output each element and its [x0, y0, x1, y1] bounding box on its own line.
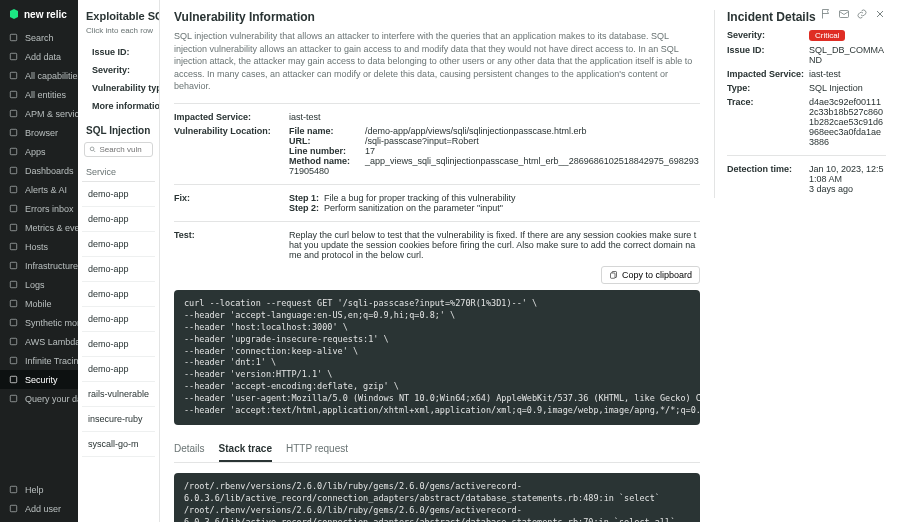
list-item[interactable]: demo-app: [82, 307, 155, 332]
sidebar-footer-user[interactable]: Add user: [0, 499, 78, 518]
list-item[interactable]: demo-app: [82, 232, 155, 257]
svg-rect-18: [10, 376, 16, 382]
issue-list-panel: Exploitable SQL Click into each row Issu…: [78, 0, 160, 522]
tab-details[interactable]: Details: [174, 437, 205, 462]
list-item[interactable]: syscall-go-m: [82, 432, 155, 457]
sidebar-item-synth[interactable]: Synthetic monitoring: [0, 313, 78, 332]
svg-rect-20: [10, 486, 16, 492]
sidebar-item-apps[interactable]: Apps: [0, 142, 78, 161]
svg-rect-11: [10, 243, 16, 249]
severity-badge: Critical: [809, 30, 845, 41]
sidebar-item-tracing[interactable]: Infinite Tracing settings: [0, 351, 78, 370]
detection-time-value: Jan 10, 2023, 12:51:08 AM3 days ago: [809, 164, 886, 194]
label-vuln-type: Vulnerability type:: [82, 79, 155, 97]
svg-rect-9: [10, 205, 16, 211]
svg-rect-10: [10, 224, 16, 230]
list-item[interactable]: demo-app: [82, 282, 155, 307]
flag-icon[interactable]: [820, 8, 832, 20]
label-issue-id: Issue ID:: [82, 43, 155, 61]
svg-rect-26: [610, 273, 615, 278]
svg-rect-0: [10, 34, 16, 40]
list-item[interactable]: demo-app: [82, 357, 155, 382]
sidebar-item-label: Search: [25, 33, 54, 43]
trace-value: d4ae3c92ef001112c33b18b527c8601b282cae53…: [809, 97, 886, 147]
svg-rect-3: [10, 91, 16, 97]
sidebar-item-label: Help: [25, 485, 44, 495]
sidebar-item-logs[interactable]: Logs: [0, 275, 78, 294]
sidebar-item-search[interactable]: Search: [0, 28, 78, 47]
sidebar-item-label: Errors inbox: [25, 204, 74, 214]
sidebar-item-security[interactable]: Security: [0, 370, 78, 389]
sidebar-item-mobile[interactable]: Mobile: [0, 294, 78, 313]
mail-icon[interactable]: [838, 8, 850, 20]
list-item[interactable]: demo-app: [82, 207, 155, 232]
search-container: [84, 142, 153, 157]
incident-impacted-value: iast-test: [809, 69, 841, 79]
sidebar-footer-help[interactable]: Help: [0, 480, 78, 499]
sidebar-item-lambda[interactable]: AWS Lambda serverless: [0, 332, 78, 351]
copy-to-clipboard-button[interactable]: Copy to clipboard: [601, 266, 700, 284]
svg-rect-15: [10, 319, 16, 325]
label-severity: Severity:: [82, 61, 155, 79]
main-sidebar: new relic SearchAdd dataAll capabilities…: [0, 0, 78, 522]
sidebar-item-hosts[interactable]: Hosts: [0, 237, 78, 256]
test-label: Test:: [174, 230, 289, 260]
close-icon[interactable]: [874, 8, 886, 20]
curl-code-block[interactable]: curl --location --request GET '/sqli-pas…: [174, 290, 700, 425]
svg-rect-19: [10, 395, 16, 401]
incident-impacted-label: Impacted Service:: [727, 69, 809, 79]
svg-rect-17: [10, 357, 16, 363]
search-icon: [89, 145, 96, 154]
sidebar-item-label: Security: [25, 375, 58, 385]
sidebar-item-label: Query your data: [25, 394, 78, 404]
sidebar-item-entities[interactable]: All entities: [0, 85, 78, 104]
tab-stack-trace[interactable]: Stack trace: [219, 437, 272, 462]
svg-rect-12: [10, 262, 16, 268]
svg-rect-24: [840, 11, 849, 18]
sidebar-item-errors[interactable]: Errors inbox: [0, 199, 78, 218]
sidebar-item-browser[interactable]: Browser: [0, 123, 78, 142]
search-input[interactable]: [99, 145, 148, 154]
vuln-description: SQL injection vulnerability that allows …: [174, 30, 700, 93]
list-item[interactable]: demo-app: [82, 257, 155, 282]
sidebar-item-metrics[interactable]: Metrics & events: [0, 218, 78, 237]
issue-id-label: Issue ID:: [727, 45, 809, 65]
list-item[interactable]: rails-vulnerable: [82, 382, 155, 407]
sidebar-item-infra[interactable]: Infrastructure: [0, 256, 78, 275]
sidebar-item-label: Apps: [25, 147, 46, 157]
detection-time-label: Detection time:: [727, 164, 809, 194]
sidebar-item-apm[interactable]: APM & services: [0, 104, 78, 123]
sidebar-item-label: Hosts: [25, 242, 48, 252]
stacktrace-code-block[interactable]: /root/.rbenv/versions/2.6.0/lib/ruby/gem…: [174, 473, 700, 522]
list-item[interactable]: demo-app: [82, 182, 155, 207]
detail-actions: [820, 8, 886, 20]
svg-rect-7: [10, 167, 16, 173]
list-item[interactable]: insecure-ruby: [82, 407, 155, 432]
impacted-service-value: iast-test: [289, 112, 321, 122]
relic-icon: [8, 8, 20, 20]
panel-subtitle: Click into each row: [82, 24, 155, 43]
sidebar-item-label: Logs: [25, 280, 45, 290]
list-item[interactable]: demo-app: [82, 332, 155, 357]
vuln-info-title: Vulnerability Information: [174, 10, 700, 24]
sidebar-item-label: All capabilities: [25, 71, 78, 81]
sidebar-item-label: Mobile: [25, 299, 52, 309]
svg-rect-16: [10, 338, 16, 344]
sidebar-item-label: All entities: [25, 90, 66, 100]
sidebar-item-plus[interactable]: Add data: [0, 47, 78, 66]
sidebar-item-grid[interactable]: All capabilities: [0, 66, 78, 85]
svg-rect-1: [10, 53, 16, 59]
brand-logo[interactable]: new relic: [0, 4, 78, 28]
sidebar-item-label: Synthetic monitoring: [25, 318, 78, 328]
link-icon[interactable]: [856, 8, 868, 20]
svg-rect-4: [10, 110, 16, 116]
sidebar-item-dash[interactable]: Dashboards: [0, 161, 78, 180]
sidebar-item-query[interactable]: Query your data: [0, 389, 78, 408]
trace-label: Trace:: [727, 97, 809, 147]
incident-type-value: SQL Injection: [809, 83, 863, 93]
impacted-service-label: Impacted Service:: [174, 112, 289, 122]
tab-http-request[interactable]: HTTP request: [286, 437, 348, 462]
svg-rect-14: [10, 300, 16, 306]
sidebar-item-label: Infrastructure: [25, 261, 78, 271]
sidebar-item-alerts[interactable]: Alerts & AI: [0, 180, 78, 199]
